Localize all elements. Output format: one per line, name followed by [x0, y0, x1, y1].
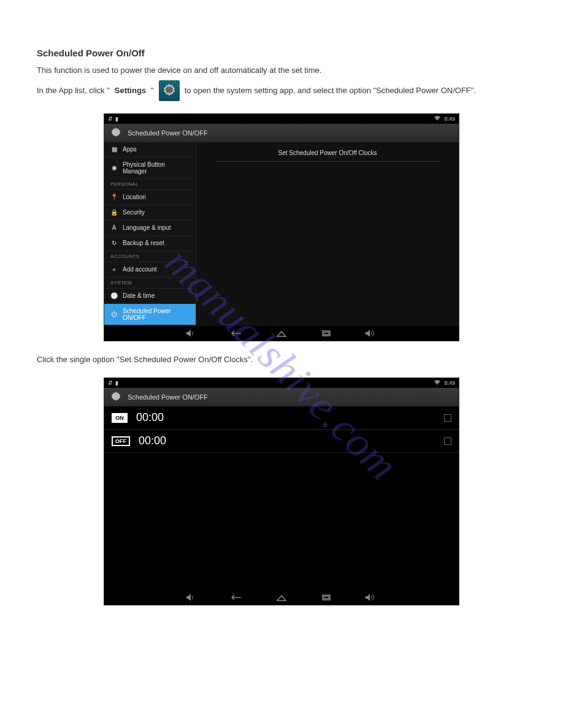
clock-icon: 🕘	[110, 292, 118, 300]
sidebar-header-accounts: ACCOUNTS	[104, 251, 196, 262]
volume-up-icon[interactable]	[366, 594, 377, 601]
doc-step2: Click the single option "Set Scheduled P…	[37, 354, 526, 366]
physical-button-icon: ◉	[110, 164, 118, 172]
apps-icon: ▦	[110, 146, 118, 153]
sidebar-item-label: Scheduled Power ON/OFF	[123, 308, 190, 321]
recent-icon[interactable]	[321, 594, 331, 601]
volume-down-icon[interactable]	[186, 594, 196, 601]
backup-icon: ↻	[110, 240, 118, 247]
sidebar-item-accessibility[interactable]: ✋ Accessibility	[104, 325, 196, 326]
sidebar-item-apps[interactable]: ▦ Apps	[104, 142, 196, 157]
sidebar-item-security[interactable]: 🔒 Security	[104, 205, 196, 221]
sidebar-header-system: SYSTEM	[104, 278, 196, 289]
screenshot-settings: ⇵ ▮ 8:49 Scheduled Power ON/OFF ▦ Apps ◉…	[104, 113, 459, 341]
wifi-icon	[434, 380, 440, 386]
nav-bar	[104, 326, 459, 341]
sidebar-item-label: Add account	[123, 266, 157, 273]
lock-icon: 🔒	[110, 209, 118, 216]
sidebar-item-label: Language & input	[123, 224, 170, 231]
sidebar-item-label: Security	[123, 209, 145, 216]
sidebar-item-datetime[interactable]: 🕘 Date & time	[104, 289, 196, 304]
debug-icon: ▮	[115, 116, 118, 122]
location-icon: 📍	[110, 194, 118, 201]
recent-icon[interactable]	[321, 330, 331, 337]
sidebar-item-label: Apps	[123, 146, 137, 153]
doc-heading: Scheduled Power On/Off	[37, 48, 526, 58]
sidebar-item-backup[interactable]: ↻ Backup & reset	[104, 236, 196, 251]
debug-icon: ▮	[115, 380, 118, 386]
title-text: Scheduled Power ON/OFF	[128, 393, 208, 401]
status-time: 8:49	[444, 116, 455, 122]
home-icon[interactable]	[276, 330, 287, 337]
screenshot-clocks: ⇵ ▮ 8:49 Scheduled Power ON/OFF ON 00:00…	[104, 377, 459, 605]
doc-intro: This function is used to power the devic…	[37, 64, 526, 77]
home-icon[interactable]	[276, 594, 287, 601]
sidebar-item-language[interactable]: A Language & input	[104, 221, 196, 236]
sidebar-item-label: Physical Button Manager	[123, 161, 190, 175]
off-time: 00:00	[139, 434, 166, 447]
on-time: 00:00	[136, 411, 164, 424]
sidebar-item-add-account[interactable]: ＋ Add account	[104, 262, 196, 278]
title-text: Scheduled Power ON/OFF	[128, 129, 208, 137]
sidebar-header-personal: PERSONAL	[104, 179, 196, 190]
title-bar: Scheduled Power ON/OFF	[104, 388, 459, 406]
sidebar-item-label: Backup & reset	[123, 240, 164, 246]
usb-icon: ⇵	[108, 116, 113, 122]
doc-step1-suffix: "	[151, 85, 154, 97]
nav-bar	[104, 590, 459, 605]
settings-gear-icon	[159, 80, 180, 101]
sidebar-item-scheduled-power[interactable]: ⏻ Scheduled Power ON/OFF	[104, 304, 196, 325]
back-icon[interactable]	[231, 330, 242, 337]
power-off-row[interactable]: OFF 00:00	[104, 430, 459, 453]
wifi-icon	[434, 116, 440, 122]
sidebar-item-label: Location	[123, 194, 146, 200]
title-gear-icon	[109, 390, 123, 404]
back-icon[interactable]	[231, 594, 242, 601]
off-badge: OFF	[112, 436, 130, 446]
content-pane: Set Scheduled Power On/Off Clocks	[196, 142, 459, 326]
power-on-row[interactable]: ON 00:00	[104, 406, 459, 430]
content-title[interactable]: Set Scheduled Power On/Off Clocks	[215, 150, 440, 162]
status-time: 8:49	[444, 380, 455, 386]
svg-rect-3	[324, 332, 329, 335]
language-icon: A	[110, 224, 118, 232]
title-bar: Scheduled Power ON/OFF	[104, 124, 459, 142]
off-checkbox[interactable]	[444, 438, 451, 445]
volume-up-icon[interactable]	[366, 330, 377, 337]
power-icon: ⏻	[110, 311, 118, 318]
volume-down-icon[interactable]	[186, 330, 196, 337]
svg-rect-6	[324, 596, 329, 599]
status-bar: ⇵ ▮ 8:49	[104, 114, 459, 124]
usb-icon: ⇵	[108, 380, 113, 386]
doc-step1-prefix: In the App list, click "	[37, 85, 110, 97]
sidebar-item-label: Date & time	[123, 292, 155, 299]
on-checkbox[interactable]	[444, 414, 451, 422]
title-gear-icon	[109, 126, 123, 140]
doc-step1: In the App list, click " Settings " to o…	[37, 80, 526, 101]
add-icon: ＋	[110, 266, 118, 273]
doc-step1-trail: to open the system setting app, and sele…	[185, 85, 476, 97]
on-badge: ON	[112, 413, 128, 423]
sidebar-item-physical-button[interactable]: ◉ Physical Button Manager	[104, 157, 196, 179]
settings-sidebar: ▦ Apps ◉ Physical Button Manager PERSONA…	[104, 142, 196, 326]
doc-step1-appname: Settings	[115, 85, 146, 97]
sidebar-item-location[interactable]: 📍 Location	[104, 190, 196, 205]
status-bar: ⇵ ▮ 8:49	[104, 378, 459, 388]
